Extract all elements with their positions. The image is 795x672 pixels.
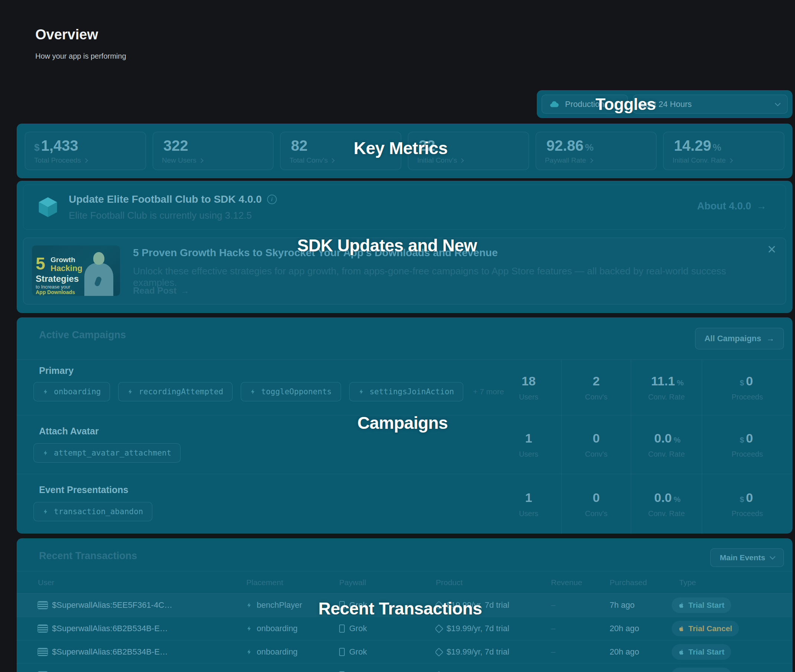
campaign-tags: attempt_avatar_attachment bbox=[34, 443, 181, 462]
thumb-line: App Downloads bbox=[36, 289, 75, 295]
placement-cell: onboarding bbox=[246, 640, 298, 664]
event-tag: onboarding bbox=[34, 382, 110, 402]
campaign-name: Attach Avatar bbox=[39, 426, 99, 437]
metric-total-proceeds[interactable]: $1,433 Total Proceeds bbox=[25, 132, 146, 170]
phone-icon bbox=[339, 624, 345, 633]
metric-label: Total Proceeds bbox=[34, 156, 137, 165]
thumb-person-head bbox=[93, 252, 104, 265]
thumb-line: Strategies bbox=[36, 274, 79, 284]
transaction-row[interactable]: $SuperwallAlias:47F7902A-4C… onboarding … bbox=[17, 664, 792, 672]
arrow-right-icon: → bbox=[180, 285, 189, 296]
campaign-row-event-presentations[interactable]: Event Presentations transaction_abandon … bbox=[17, 474, 792, 534]
id-card-icon bbox=[38, 625, 48, 632]
sdk-banner-text: Update Elite Football Club to SDK 4.0.0 … bbox=[69, 194, 277, 221]
placement-cell: benchPlayer bbox=[246, 594, 302, 617]
page-title: Overview bbox=[35, 27, 98, 43]
chevron-down-icon bbox=[770, 554, 776, 560]
col-product: Product bbox=[436, 578, 463, 587]
campaign-stats: 1Users 0Conv's 0.0%Conv. Rate $0Proceeds bbox=[496, 474, 792, 534]
annotation-campaigns: Campaigns bbox=[357, 413, 448, 433]
metric-value: 14.29% bbox=[672, 138, 775, 154]
annotation-key-metrics: Key Metrics bbox=[354, 138, 448, 158]
metric-initial-conv-rate[interactable]: 14.29% Initial Conv. Rate bbox=[663, 132, 784, 170]
metric-value: 92.86% bbox=[545, 138, 648, 154]
chevron-right-icon bbox=[588, 158, 593, 163]
paywall-cell: Grok bbox=[339, 617, 367, 640]
user-cell: $SuperwallAlias:6B2B534B-E… bbox=[38, 640, 168, 664]
sdk-banner-subtitle: Elite Football Club is currently using 3… bbox=[69, 210, 277, 221]
campaign-name: Primary bbox=[39, 365, 74, 376]
arrow-right-icon: → bbox=[766, 334, 774, 343]
metric-label: Initial Conv. Rate bbox=[672, 156, 775, 165]
purchased-cell: 20h ago bbox=[610, 617, 640, 640]
annotation-sdk-updates: SDK Updates and New bbox=[297, 235, 477, 256]
transaction-row[interactable]: $SuperwallAlias:6B2B534B-E… onboarding G… bbox=[17, 640, 792, 664]
metric-new-users[interactable]: 322 New Users bbox=[153, 132, 274, 170]
campaign-stats: 1Users 0Conv's 0.0%Conv. Rate $0Proceeds bbox=[496, 416, 792, 474]
product-cell: $19.99/yr, 7d trial bbox=[436, 664, 509, 672]
col-purchased: Purchased bbox=[610, 578, 647, 587]
sdk-update-banner: Update Elite Football Club to SDK 4.0.0 … bbox=[23, 184, 786, 230]
stat-proceeds: $0Proceeds bbox=[702, 360, 792, 416]
status-badge: Trial Start bbox=[672, 597, 731, 613]
purchased-cell: 7h ago bbox=[610, 594, 635, 617]
status-badge: Trial Start bbox=[672, 667, 731, 672]
product-cell: $19.99/yr, 7d trial bbox=[436, 640, 509, 664]
sdk-banner-title: Update Elite Football Club to SDK 4.0.0 … bbox=[69, 194, 277, 205]
purchased-cell: 20h ago bbox=[610, 640, 640, 664]
read-post-link[interactable]: Read Post → bbox=[133, 285, 189, 296]
chevron-right-icon bbox=[728, 158, 733, 163]
all-campaigns-button[interactable]: All Campaigns → bbox=[695, 328, 784, 349]
stat-users: 1Users bbox=[496, 416, 561, 474]
bolt-icon bbox=[43, 388, 49, 395]
stat-convs: 2Conv's bbox=[561, 360, 631, 416]
placement-cell: onboarding bbox=[246, 664, 298, 672]
col-user: User bbox=[38, 578, 54, 587]
main-events-filter[interactable]: Main Events bbox=[710, 548, 784, 567]
toggles-bar: Production Last 24 Hours bbox=[537, 90, 792, 118]
chevron-right-icon bbox=[459, 158, 464, 163]
chevron-right-icon bbox=[330, 158, 335, 163]
annotation-toggles: Toggles bbox=[596, 95, 656, 114]
bolt-icon bbox=[250, 388, 256, 395]
event-tag: attempt_avatar_attachment bbox=[34, 443, 181, 462]
col-revenue: Revenue bbox=[551, 578, 582, 587]
transactions-heading: Recent Transactions bbox=[39, 550, 137, 562]
stat-users: 1Users bbox=[496, 474, 561, 534]
stat-proceeds: $0Proceeds bbox=[702, 416, 792, 474]
stat-conv-rate: 11.1%Conv. Rate bbox=[631, 360, 702, 416]
transaction-row[interactable]: $SuperwallAlias:6B2B534B-E… onboarding G… bbox=[17, 617, 792, 640]
bolt-icon bbox=[246, 648, 252, 656]
close-icon[interactable]: × bbox=[768, 242, 776, 256]
status-badge: Trial Cancel bbox=[672, 621, 739, 636]
chevron-down-icon bbox=[775, 100, 781, 106]
arrow-right-icon: → bbox=[757, 200, 766, 212]
paywall-cell: Grok with Ink bbox=[339, 664, 397, 672]
transactions-table-header: User Placement Paywall Product Revenue P… bbox=[17, 571, 792, 594]
price-tag-icon bbox=[434, 624, 443, 633]
metric-paywall-rate[interactable]: 92.86% Paywall Rate bbox=[536, 132, 657, 170]
col-type: Type bbox=[679, 578, 696, 587]
event-tag: toggleOpponents bbox=[241, 382, 341, 402]
stat-users: 18Users bbox=[496, 360, 561, 416]
stat-conv-rate: 0.0%Conv. Rate bbox=[631, 474, 702, 534]
purchased-cell: 21h ago bbox=[610, 664, 640, 672]
type-cell: Trial Start bbox=[672, 594, 731, 617]
revenue-cell: – bbox=[551, 664, 555, 672]
stat-convs: 0Conv's bbox=[561, 416, 631, 474]
dashboard-canvas: Overview How your app is performing Prod… bbox=[0, 0, 795, 672]
cloud-icon bbox=[550, 99, 559, 109]
about-sdk-button[interactable]: About 4.0.0 → bbox=[697, 200, 766, 212]
apple-icon bbox=[678, 648, 684, 656]
campaign-row-primary[interactable]: Primary onboarding recordingAttempted to… bbox=[17, 359, 792, 416]
info-icon[interactable]: i bbox=[267, 195, 277, 204]
time-range-select[interactable]: Last 24 Hours bbox=[633, 95, 788, 114]
col-paywall: Paywall bbox=[339, 578, 366, 587]
bolt-icon bbox=[359, 388, 364, 395]
col-placement: Placement bbox=[246, 578, 283, 587]
metric-value: $1,433 bbox=[34, 138, 137, 154]
event-tag: recordingAttempted bbox=[118, 382, 232, 402]
metric-label: New Users bbox=[162, 156, 264, 165]
phone-icon bbox=[339, 648, 345, 656]
user-cell: $SuperwallAlias:6B2B534B-E… bbox=[38, 617, 168, 640]
